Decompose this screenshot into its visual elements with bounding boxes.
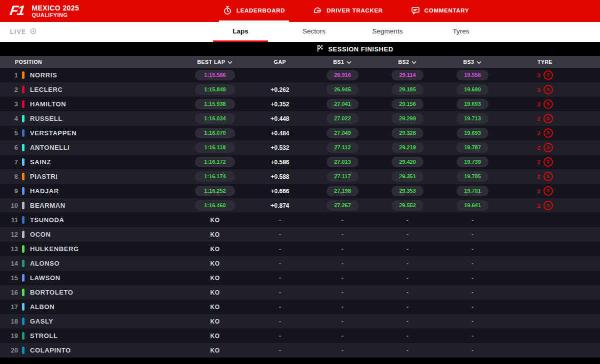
tyre-cell: 3 S (505, 68, 585, 82)
bs2-value: - (406, 333, 408, 340)
table-row[interactable]: 9 HADJAR 1:16.252 +0.666 27.198 29.353 1… (0, 184, 600, 198)
bs3-value: 19.690 (456, 84, 488, 94)
driver-name: COLAPINTO (30, 343, 180, 358)
position-number: 5 (0, 126, 22, 140)
tyre-compound-letter: S (546, 131, 550, 135)
driver-name: SAINZ (30, 155, 180, 169)
bs1-value: - (342, 289, 344, 296)
stopwatch-icon (223, 6, 232, 15)
tyre-cell (505, 242, 585, 256)
table-row[interactable]: 3 HAMILTON 1:15.938 +0.352 27.041 29.156… (0, 97, 600, 111)
bs1-value: 27.198 (326, 186, 358, 196)
tyre-cell (505, 329, 585, 343)
tab-sectors[interactable]: Sectors (286, 22, 342, 42)
position-number: 9 (0, 184, 22, 198)
bs1-value: - (342, 246, 344, 253)
best-lap-value: KO (210, 289, 220, 296)
best-lap-value: 1:15.848 (195, 84, 235, 94)
view-tabs: Laps Sectors Segments Tyres (213, 22, 488, 42)
bs1-value: - (342, 304, 344, 311)
table-row[interactable]: 20 COLAPINTO KO - - - - (0, 343, 600, 358)
leaderboard-body: 1 NORRIS 1:15.586 26.916 29.114 19.556 3… (0, 68, 600, 358)
table-row[interactable]: 7 SAINZ 1:16.172 +0.586 27.013 29.420 19… (0, 155, 600, 169)
bs2-value: 29.156 (392, 99, 424, 109)
table-row[interactable]: 18 GASLY KO - - - - (0, 314, 600, 329)
tyre-laps-count: 2 (537, 116, 540, 122)
soft-tyre-icon: S (544, 128, 553, 138)
driver-name: PIASTRI (30, 169, 180, 184)
bs3-value: 19.713 (456, 113, 488, 123)
tyre-compound-letter: S (546, 160, 550, 164)
table-row[interactable]: 15 LAWSON KO - - - - (0, 271, 600, 285)
table-row[interactable]: 12 OCON KO - - - - (0, 227, 600, 242)
tyre-cell (505, 343, 585, 358)
bs1-value: 26.945 (326, 84, 358, 94)
best-lap-value: KO (210, 231, 220, 238)
helmet-icon (313, 6, 322, 15)
brand-block: F1 MEXICO 2025 QUALIFYING (0, 4, 79, 18)
best-lap-value: KO (210, 260, 220, 267)
best-lap-value: 1:16.118 (195, 142, 235, 152)
live-label: LIVE (10, 28, 26, 35)
team-color-bar (22, 318, 24, 325)
gap-value: +0.874 (270, 202, 289, 209)
table-row[interactable]: 11 TSUNODA KO - - - - (0, 213, 600, 227)
primary-nav: LEADERBOARD DRIVER TRACKER COMMENTARY (219, 0, 473, 22)
best-lap-value: 1:16.172 (195, 157, 235, 167)
soft-tyre-icon: S (544, 99, 553, 109)
tab-commentary[interactable]: COMMENTARY (407, 0, 473, 22)
team-color-bar (22, 144, 24, 151)
f1-logo[interactable]: F1 (9, 4, 24, 17)
table-row[interactable]: 13 HULKENBERG KO - - - - (0, 242, 600, 256)
column-header-gap: GAP (250, 56, 310, 68)
team-color-bar (22, 187, 24, 195)
table-row[interactable]: 8 PIASTRI 1:16.174 +0.588 27.117 29.351 … (0, 169, 600, 184)
tab-tyres[interactable]: Tyres (434, 22, 488, 42)
driver-name: BEARMAN (30, 198, 180, 213)
team-color-bar (22, 216, 24, 224)
tyre-cell: 2 S (505, 184, 585, 198)
checkered-flag-icon (316, 44, 324, 53)
sort-chevron-icon (228, 61, 232, 64)
table-row[interactable]: 17 ALBON KO - - - - (0, 300, 600, 314)
bs2-value: 29.299 (392, 113, 424, 123)
tab-leaderboard[interactable]: LEADERBOARD (219, 0, 289, 22)
column-header-tyre: TYRE (505, 56, 585, 68)
table-row[interactable]: 19 STROLL KO - - - - (0, 329, 600, 343)
position-number: 11 (0, 213, 22, 227)
table-row[interactable]: 16 BORTOLETO KO - - - - (0, 285, 600, 300)
position-number: 2 (0, 82, 22, 97)
column-header-bs3[interactable]: BS3 (440, 56, 505, 68)
driver-name: GASLY (30, 314, 180, 329)
position-number: 13 (0, 242, 22, 256)
best-lap-value: KO (210, 217, 220, 224)
column-header-bs2[interactable]: BS2 (375, 56, 440, 68)
tyre-cell: 2 S (505, 198, 585, 213)
column-header-best-lap[interactable]: BEST LAP (180, 56, 250, 68)
bs2-value: - (406, 246, 408, 253)
table-row[interactable]: 10 BEARMAN 1:16.460 +0.874 27.267 29.552… (0, 198, 600, 213)
soft-tyre-icon: S (544, 114, 553, 123)
tyre-laps-count: 2 (537, 145, 540, 151)
driver-name: ANTONELLI (30, 140, 180, 155)
column-header-bs1[interactable]: BS1 (310, 56, 375, 68)
table-row[interactable]: 14 ALONSO KO - - - - (0, 256, 600, 271)
table-row[interactable]: 4 RUSSELL 1:16.034 +0.448 27.022 29.299 … (0, 111, 600, 126)
bs1-value: 27.013 (326, 157, 358, 167)
tyre-cell: 2 S (505, 111, 585, 126)
table-row[interactable]: 5 VERSTAPPEN 1:16.070 +0.484 27.049 29.3… (0, 126, 600, 140)
tab-driver-tracker[interactable]: DRIVER TRACKER (309, 0, 387, 22)
tab-laps[interactable]: Laps (213, 22, 268, 42)
table-row[interactable]: 2 LECLERC 1:15.848 +0.262 26.945 29.185 … (0, 82, 600, 97)
table-row[interactable]: 6 ANTONELLI 1:16.118 +0.532 27.112 29.21… (0, 140, 600, 155)
bs1-value: 27.117 (326, 171, 358, 181)
tab-segments[interactable]: Segments (360, 22, 415, 42)
best-lap-value: 1:16.460 (195, 200, 235, 210)
bs3-value: 19.641 (456, 200, 488, 210)
column-header-position: POSITION (0, 56, 180, 68)
team-color-bar (22, 100, 24, 108)
bs1-value: 27.267 (326, 200, 358, 210)
table-row[interactable]: 1 NORRIS 1:15.586 26.916 29.114 19.556 3… (0, 68, 600, 82)
tyre-laps-count: 2 (537, 130, 540, 136)
live-indicator[interactable]: LIVE (10, 22, 36, 42)
